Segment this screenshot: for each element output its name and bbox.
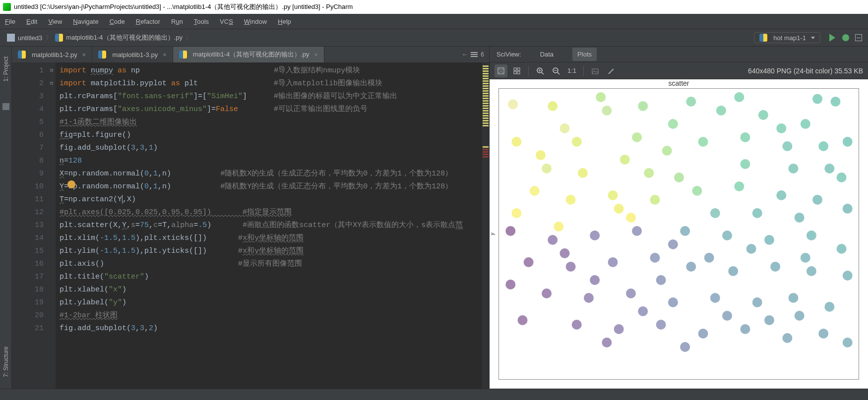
svg-point-48 xyxy=(764,235,774,245)
close-icon[interactable]: × xyxy=(314,51,318,58)
svg-point-36 xyxy=(650,195,660,205)
folder-icon xyxy=(7,34,15,42)
menu-file[interactable]: File xyxy=(5,18,15,25)
menu-view[interactable]: View xyxy=(48,18,62,25)
python-file-icon xyxy=(98,51,106,58)
svg-point-47 xyxy=(722,230,732,240)
svg-point-112 xyxy=(548,101,558,111)
svg-point-102 xyxy=(536,150,546,160)
svg-point-59 xyxy=(843,271,853,281)
svg-point-65 xyxy=(752,297,762,307)
menu-code[interactable]: Code xyxy=(110,18,125,25)
breadcrumb-count: 6 xyxy=(481,51,484,58)
svg-point-26 xyxy=(782,141,792,151)
svg-point-66 xyxy=(789,293,799,303)
svg-point-78 xyxy=(812,94,822,104)
more-button[interactable] xyxy=(855,34,862,41)
tab-label: matplotlib1-2.py xyxy=(32,51,77,58)
svg-point-62 xyxy=(626,288,636,298)
svg-point-74 xyxy=(818,329,828,339)
svg-point-76 xyxy=(596,92,606,102)
svg-point-69 xyxy=(614,324,624,334)
editor-pane: matplotlib1-2.py× matplotlib1-3.py× matp… xyxy=(12,47,489,389)
zoom-in-button[interactable] xyxy=(534,64,547,77)
structure-tool-button[interactable]: 7: Structure xyxy=(2,346,9,379)
close-icon[interactable]: × xyxy=(163,51,167,58)
run-config-selector[interactable]: hot map1-1 xyxy=(754,32,820,43)
editor-tab[interactable]: matplotlib1-2.py× xyxy=(12,47,92,62)
svg-point-92 xyxy=(746,244,756,254)
pycharm-icon xyxy=(3,3,11,11)
intention-bulb-icon[interactable] xyxy=(67,180,75,188)
svg-point-97 xyxy=(722,311,732,321)
svg-point-96 xyxy=(518,315,528,325)
debug-button[interactable] xyxy=(842,34,849,41)
sciview-tab-plots[interactable]: Plots xyxy=(572,48,597,61)
svg-line-11 xyxy=(558,72,559,74)
code-content[interactable]: import numpy as np #导入数据结构nmupy模块import … xyxy=(56,62,482,389)
menu-vcs[interactable]: VCS xyxy=(220,18,233,25)
svg-point-73 xyxy=(782,333,792,343)
fold-column[interactable]: ⊟⊟ xyxy=(48,62,56,389)
svg-point-91 xyxy=(656,275,666,285)
menu-window[interactable]: Window xyxy=(244,18,267,25)
svg-point-107 xyxy=(704,253,714,263)
svg-point-57 xyxy=(770,262,780,272)
rail-icon[interactable] xyxy=(2,103,9,110)
back-icon[interactable]: ← xyxy=(462,51,468,58)
svg-point-23 xyxy=(830,97,840,107)
svg-point-21 xyxy=(758,110,768,120)
plot-area[interactable]: scatter y xyxy=(490,79,868,389)
menu-run[interactable]: Run xyxy=(171,18,183,25)
line-gutter: 123456789101112131415161718192021 xyxy=(12,62,48,389)
svg-point-28 xyxy=(698,137,708,147)
ratio-button[interactable]: 1:1 xyxy=(565,64,578,77)
menu-tools[interactable]: Tools xyxy=(194,18,209,25)
svg-point-88 xyxy=(843,338,853,347)
editor-tab[interactable]: matplotlib1-3.py× xyxy=(92,47,173,62)
close-icon[interactable]: × xyxy=(82,51,86,58)
color-picker-button[interactable] xyxy=(605,64,618,77)
svg-point-67 xyxy=(824,302,834,312)
svg-point-89 xyxy=(505,280,515,289)
breadcrumb-project[interactable]: untitled3 xyxy=(3,34,46,42)
save-image-button[interactable] xyxy=(589,64,602,77)
svg-point-64 xyxy=(710,293,720,303)
project-tool-button[interactable]: 1: Project xyxy=(2,57,9,83)
svg-point-53 xyxy=(608,257,618,267)
run-button[interactable] xyxy=(829,34,835,42)
status-bar xyxy=(0,389,868,400)
svg-point-45 xyxy=(632,226,642,236)
zoom-out-button[interactable] xyxy=(550,64,562,77)
fit-button[interactable] xyxy=(495,64,507,77)
svg-point-34 xyxy=(566,195,576,205)
menu-refactor[interactable]: Refactor xyxy=(136,18,160,25)
svg-point-50 xyxy=(837,244,847,254)
menu-edit[interactable]: Edit xyxy=(26,18,37,25)
list-icon xyxy=(471,52,478,57)
menu-navigate[interactable]: Navigate xyxy=(73,18,98,25)
grid-button[interactable] xyxy=(510,64,523,77)
breadcrumb-file[interactable]: matplotlib1-4（其他可视化图的输出）.py xyxy=(51,33,186,42)
svg-rect-2 xyxy=(517,68,520,70)
sciview-tab-data[interactable]: Data xyxy=(535,48,558,61)
code-editor[interactable]: 123456789101112131415161718192021 ⊟⊟ imp… xyxy=(12,62,489,389)
svg-point-104 xyxy=(614,204,624,214)
error-stripe[interactable] xyxy=(482,62,489,389)
svg-point-90 xyxy=(795,213,805,223)
svg-point-85 xyxy=(752,208,762,218)
svg-point-16 xyxy=(559,123,569,133)
svg-point-98 xyxy=(559,248,569,258)
svg-point-30 xyxy=(620,155,630,165)
editor-tab[interactable]: matplotlib1-4（其他可视化图的输出）.py× xyxy=(173,47,324,62)
svg-point-40 xyxy=(812,195,822,205)
svg-point-38 xyxy=(734,181,744,191)
svg-point-14 xyxy=(508,99,518,109)
window-title: untitled3 [C:\Users\yan-j\PycharmProject… xyxy=(14,2,353,11)
menu-help[interactable]: Help xyxy=(278,18,291,25)
svg-point-17 xyxy=(602,106,612,115)
svg-point-86 xyxy=(602,338,612,347)
svg-point-70 xyxy=(656,320,666,330)
editor-breadcrumb[interactable]: ← 6 xyxy=(457,47,489,62)
svg-point-63 xyxy=(668,297,678,307)
